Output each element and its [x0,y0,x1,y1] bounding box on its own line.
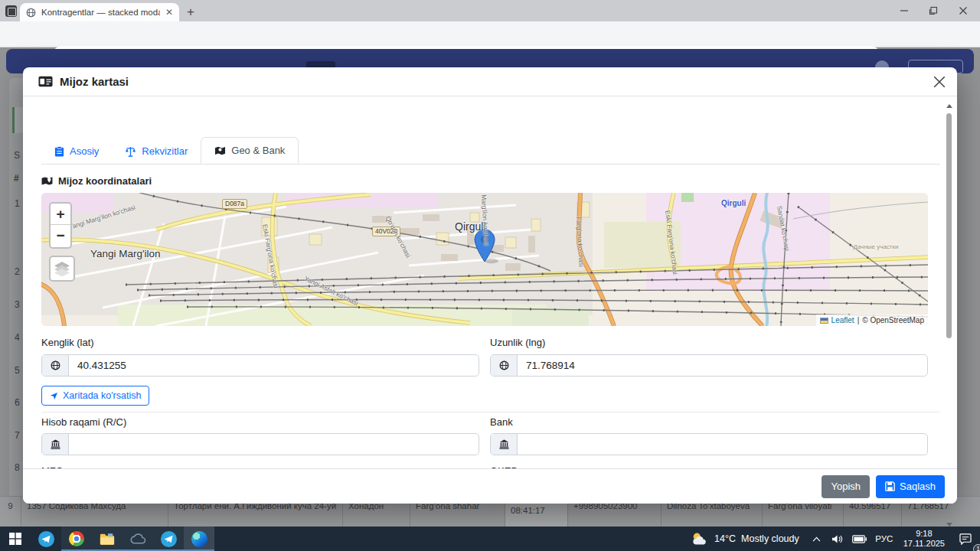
clipboard-icon [54,146,64,157]
chevron-up-icon [812,536,821,542]
map-zoom-control: + − [49,202,72,249]
lat-input[interactable] [69,355,479,376]
edge-icon [191,531,207,547]
taskbar-edge[interactable] [184,527,214,551]
location-arrow-icon [50,392,58,400]
background-input-edge [12,107,23,133]
notification-badge: 1 [973,544,980,551]
modal-title: Mijoz kartasi [60,75,129,88]
tab-label: Asosiy [70,145,99,157]
bank-input-group [490,433,928,455]
action-center-button[interactable]: 1 [951,527,980,551]
cloud-icon [130,533,146,544]
background-header-partial: S [14,150,20,161]
language-label: РУС [875,534,893,543]
modal-header: Mijoz kartasi [23,67,957,96]
window-minimize-button[interactable] [900,0,909,21]
globe-icon [491,355,518,376]
leaflet-map[interactable]: Yangi Marg'ilon Qirguli Qirguli Дачные у… [41,193,928,326]
modal-close-icon[interactable] [933,75,946,89]
map-location-icon [214,145,226,156]
lng-label: Uzunlik (lng) [490,337,545,348]
close-button[interactable]: Yopish [822,475,870,498]
leaflet-link[interactable]: Leaflet [831,316,854,324]
clock[interactable]: 9:18 17.11.2025 [897,529,951,549]
taskbar-chrome[interactable] [61,527,92,551]
tab-asosiy[interactable]: Asosiy [41,139,112,164]
lng-input[interactable] [518,355,927,376]
lat-label: Kenglik (lat) [41,337,94,348]
ukraine-flag-icon [820,318,828,324]
bank-label: Bank [490,416,513,428]
lng-input-group [490,354,928,377]
osm-link[interactable]: © OpenStreetMap [862,316,924,324]
taskbar-explorer[interactable] [92,527,122,551]
tab-rekvizitlar[interactable]: Rekvizitlar [112,139,201,164]
background-hash-header: # [14,173,19,184]
client-card-modal: Mijoz kartasi Asosiy Rekvizitlar Geo & B… [23,67,957,504]
browser-tab[interactable]: Kontragentlar — stacked modal ( ✕ [20,3,179,21]
file-explorer-icon [100,533,115,546]
show-on-map-label: Xaritada ko'rsatish [63,390,141,401]
row-number: 8 [15,462,20,473]
save-icon [885,481,895,491]
zoom-out-button[interactable]: − [51,225,70,246]
account-input[interactable] [69,434,479,455]
id-card-icon [38,76,53,87]
taskbar-telegram[interactable] [31,527,61,551]
map-attribution: Leaflet | © OpenStreetMap [816,315,928,326]
weather-widget[interactable]: 14°C Mostly cloudy [683,531,807,546]
windows-logo-icon [9,533,21,545]
scroll-up-arrow[interactable] [946,104,952,108]
modal-tabs: Asosiy Rekvizitlar Geo & Bank [41,135,299,164]
weather-icon [691,531,709,546]
volume-button[interactable] [827,527,848,551]
show-on-map-button[interactable]: Xaritada ko'rsatish [41,386,149,406]
browser-toolbar: https://daily-suvi.com/19l/public/mijozl… [0,21,980,47]
action-center-icon [959,533,972,545]
modal-body: Asosiy Rekvizitlar Geo & Bank Mijoz koor… [23,96,957,497]
globe-favicon [26,8,36,18]
row-number: 6 [15,397,20,408]
tab-close-icon[interactable]: ✕ [165,8,173,17]
tab-geo-bank[interactable]: Geo & Bank [201,137,299,164]
weather-desc: Mostly cloudy [741,533,799,544]
layers-icon [54,261,70,276]
browser-tab-strip: Kontragentlar — stacked modal ( ✕ + [0,0,980,21]
tray-chevron[interactable] [807,527,827,551]
place-label: Дачные участки [851,243,900,250]
attribution-separator: | [858,316,860,324]
map-layers-control[interactable] [49,256,75,282]
taskbar-telegram-2[interactable] [153,527,184,551]
divider [41,412,940,412]
close-button-label: Yopish [831,481,861,492]
battery-icon [852,535,867,543]
telegram-icon [38,531,54,547]
speaker-icon [831,534,843,544]
zoom-in-button[interactable]: + [51,204,70,225]
place-label: Qirguli [721,199,746,207]
scrollbar-thumb[interactable] [946,113,952,338]
tab-label: Geo & Bank [231,145,285,156]
start-button[interactable] [0,527,31,551]
new-tab-button[interactable]: + [187,5,194,18]
globe-icon [42,355,69,376]
window-close-button[interactable] [959,0,968,21]
tab-label: Rekvizitlar [142,145,188,157]
modal-footer: Yopish Saqlash [23,468,957,504]
language-switcher[interactable]: РУС [871,527,897,551]
save-button[interactable]: Saqlash [876,475,945,498]
battery-button[interactable] [848,527,871,551]
weather-temp: 14°C [714,533,736,544]
taskbar-cloud-app[interactable] [122,527,153,551]
window-maximize-button[interactable] [929,0,938,21]
section-title-text: Mijoz koordinatalari [58,175,152,187]
row-number: 1 [15,198,20,209]
account-input-group [41,433,479,455]
row-number: 4 [15,332,20,343]
tab-actions-icon[interactable] [5,5,17,17]
table-cell: 9 [0,497,21,527]
bank-icon [491,434,518,455]
modal-scrollbar[interactable] [945,103,954,533]
bank-input[interactable] [518,434,927,455]
